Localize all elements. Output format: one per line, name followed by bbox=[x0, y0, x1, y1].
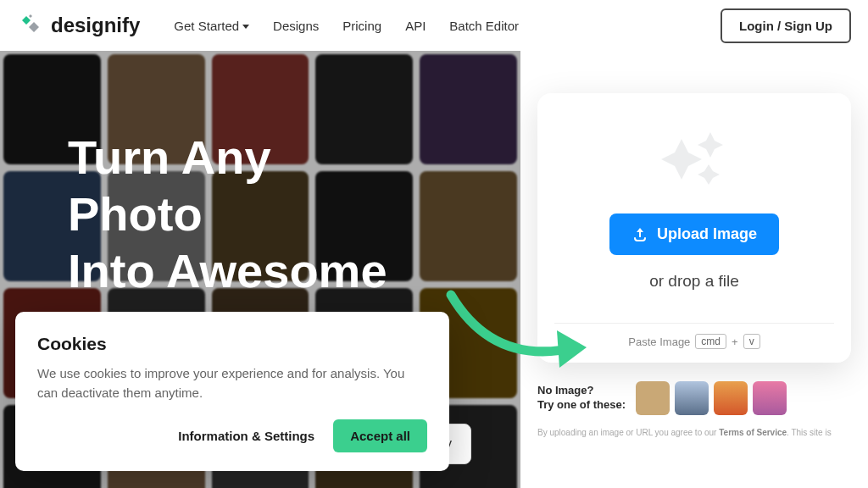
nav-pricing[interactable]: Pricing bbox=[342, 19, 381, 33]
drop-text: or drop a file bbox=[649, 272, 739, 291]
key-v: v bbox=[743, 334, 760, 349]
upload-icon bbox=[632, 226, 648, 243]
disclaimer: By uploading an image or URL you agree t… bbox=[537, 427, 851, 439]
logo[interactable]: designify bbox=[17, 12, 140, 39]
hero-line-1: Turn Any bbox=[68, 129, 387, 186]
sample-thumbs bbox=[636, 381, 787, 415]
chevron-down-icon bbox=[242, 25, 249, 29]
cookie-dialog: Cookies We use cookies to improve your e… bbox=[15, 312, 449, 471]
accept-cookies-button[interactable]: Accept all bbox=[333, 419, 427, 452]
sample-thumb[interactable] bbox=[714, 381, 748, 415]
sample-thumb[interactable] bbox=[753, 381, 787, 415]
hero-right: Upload Image or drop a file Paste Image … bbox=[520, 51, 868, 488]
nav-get-started[interactable]: Get Started bbox=[174, 19, 249, 33]
sparkles-icon bbox=[656, 130, 732, 190]
cookie-title: Cookies bbox=[37, 334, 427, 354]
nav: Get Started Designs Pricing API Batch Ed… bbox=[174, 19, 519, 33]
hero-title: Turn Any Photo Into Awesome bbox=[68, 129, 387, 300]
sample-row: No Image? Try one of these: bbox=[537, 381, 851, 415]
sample-thumb[interactable] bbox=[636, 381, 670, 415]
paste-hint: Paste Image cmd + v bbox=[554, 323, 834, 349]
key-cmd: cmd bbox=[695, 334, 726, 349]
sample-thumb[interactable] bbox=[675, 381, 709, 415]
cookie-info-link[interactable]: Information & Settings bbox=[178, 429, 314, 443]
upload-card[interactable]: Upload Image or drop a file Paste Image … bbox=[537, 93, 851, 363]
cookie-body: We use cookies to improve your experienc… bbox=[37, 364, 427, 402]
upload-button[interactable]: Upload Image bbox=[609, 214, 779, 255]
logo-icon bbox=[17, 12, 44, 39]
hero-line-3: Into Awesome bbox=[68, 242, 387, 299]
login-button[interactable]: Login / Sign Up bbox=[721, 8, 851, 43]
samples-text: No Image? Try one of these: bbox=[537, 384, 626, 413]
logo-text: designify bbox=[51, 14, 140, 37]
header: designify Get Started Designs Pricing AP… bbox=[0, 0, 868, 51]
nav-designs[interactable]: Designs bbox=[273, 19, 319, 33]
hero-line-2: Photo bbox=[68, 186, 387, 242]
tos-link[interactable]: Terms of Service bbox=[719, 428, 787, 437]
cookie-actions: Information & Settings Accept all bbox=[37, 419, 427, 452]
nav-batch-editor[interactable]: Batch Editor bbox=[449, 19, 519, 33]
nav-api[interactable]: API bbox=[405, 19, 426, 33]
